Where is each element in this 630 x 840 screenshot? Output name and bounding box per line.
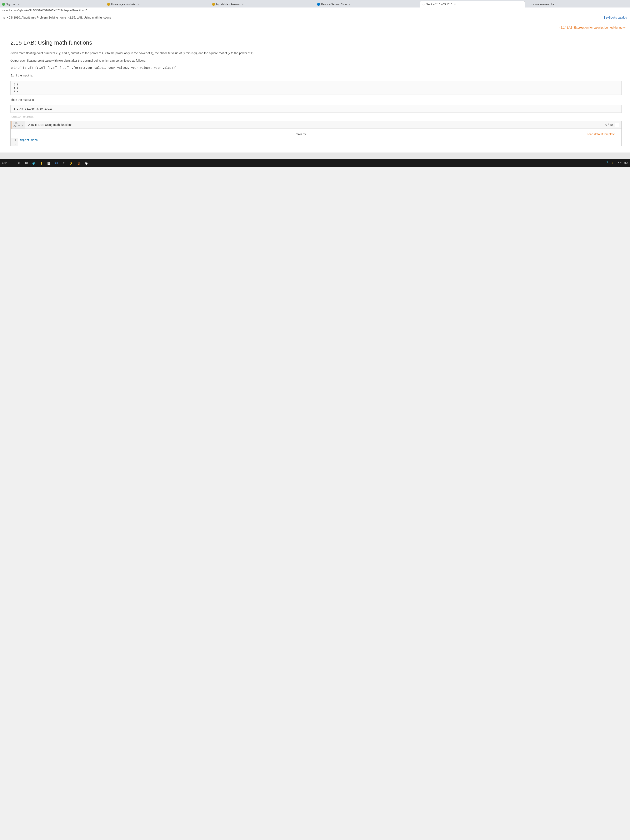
browser-tab[interactable]: Sign out ×	[0, 1, 105, 8]
taskbar-icons: ○ ⊞ ◉ ▮ ▦ ✉ ✦ ⚡ ▯ ◉	[16, 161, 88, 165]
tab-favicon	[2, 3, 5, 6]
activity-header: LAB ACTIVITY 2.15.1: LAB: Using math fun…	[11, 121, 622, 129]
chrome-icon[interactable]: ◉	[84, 161, 88, 165]
tab-label: Pearson Session Ende	[321, 3, 347, 6]
app-icon[interactable]: ▯	[76, 161, 81, 165]
dropbox-icon[interactable]: ✦	[62, 161, 66, 165]
activity-tag: LAB ACTIVITY	[11, 121, 25, 128]
breadcrumb: ry > CS 1010: Algorithmic Problem Solvin…	[3, 16, 111, 19]
input-example: 5.0 1.5 3.2	[10, 81, 622, 95]
tab-label: zybook answers chap	[531, 3, 555, 6]
editor-line: 2	[11, 142, 622, 146]
score-box-icon	[615, 123, 619, 127]
editor-file-row: main.py Load default template...	[11, 129, 622, 138]
main-content: 2.15 LAB: Using math functions Given thr…	[0, 33, 630, 153]
file-explorer-icon[interactable]: ▮	[39, 161, 44, 165]
instruction-paragraph: Then the output is:	[10, 98, 622, 102]
app-icon[interactable]: ⚡	[69, 161, 74, 165]
tab-label: Section 2.15 - CS 1010	[426, 3, 452, 6]
score-area: 0 / 10	[603, 121, 622, 128]
mail-icon[interactable]: ✉	[54, 161, 58, 165]
prev-section-link[interactable]: ↑2.14 LAB: Expression for calories burne…	[559, 26, 625, 29]
page-title: 2.15 LAB: Using math functions	[10, 39, 622, 46]
code-text[interactable]	[18, 142, 22, 146]
filename: main.py	[295, 133, 306, 136]
browser-tab-active[interactable]: zy Section 2.15 - CS 1010 ×	[420, 1, 525, 8]
browser-tab-strip: Sign out × Homepage - Valdosta × MyLab M…	[0, 0, 630, 8]
tab-label: Sign out	[6, 3, 16, 6]
help-icon[interactable]: ?	[605, 161, 609, 165]
line-number: 1	[11, 138, 18, 142]
book-icon	[601, 16, 605, 19]
instruction-paragraph: Ex: If the input is:	[10, 73, 622, 78]
search-text[interactable]: arch	[2, 161, 7, 164]
tab-label: MyLab Math Pearson	[216, 3, 240, 6]
url-text: zybooks.com/zybook/VALDOSTACS1010Fall202…	[2, 9, 87, 12]
cortana-icon[interactable]: ○	[16, 161, 21, 165]
catalog-link[interactable]: zyBooks catalog	[601, 16, 627, 19]
activity-id: 318650.2047284.qx3zqy7	[10, 115, 622, 118]
tab-favicon	[317, 3, 320, 6]
tab-label: Homepage - Valdosta	[111, 3, 135, 6]
code-editor[interactable]: 1 import math 2	[11, 138, 622, 146]
line-number: 2	[11, 142, 18, 146]
store-icon[interactable]: ▦	[46, 161, 51, 165]
code-text[interactable]: import math	[18, 138, 39, 142]
browser-tab[interactable]: MyLab Math Pearson ×	[210, 1, 315, 8]
tab-favicon	[107, 3, 110, 6]
windows-taskbar: arch ○ ⊞ ◉ ▮ ▦ ✉ ✦ ⚡ ▯ ◉ ? ☾ 75°F Cle	[0, 159, 630, 167]
weather-text[interactable]: 75°F Cle	[617, 161, 628, 164]
task-view-icon[interactable]: ⊞	[24, 161, 28, 165]
tab-favicon	[212, 3, 215, 6]
weather-icon: ☾	[612, 161, 615, 165]
close-icon[interactable]: ×	[349, 3, 351, 6]
output-example: 172.47 361.66 3.50 13.13	[10, 105, 622, 113]
browser-tab[interactable]: b zybook answers chap	[525, 1, 630, 8]
browser-tab[interactable]: Pearson Session Ende ×	[315, 1, 420, 8]
close-icon[interactable]: ×	[454, 3, 456, 6]
catalog-link-label: zyBooks catalog	[606, 16, 627, 19]
browser-tab[interactable]: Homepage - Valdosta ×	[105, 1, 210, 8]
score-text: 0 / 10	[605, 123, 613, 126]
activity-title: 2.15.1: LAB: Using math functions	[25, 121, 603, 128]
load-template-link[interactable]: Load default template...	[587, 133, 617, 136]
edge-icon[interactable]: ◉	[32, 161, 36, 165]
editor-line: 1 import math	[11, 138, 622, 142]
code-example: print('{:.2f} {:.2f} {:.2f} {:.2f}'.form…	[10, 66, 622, 70]
instruction-paragraph: Given three floating-point numbers x, y,…	[10, 51, 622, 55]
instruction-paragraph: Output each floating-point value with tw…	[10, 58, 622, 63]
close-icon[interactable]: ×	[137, 3, 139, 6]
url-bar[interactable]: zybooks.com/zybook/VALDOSTACS1010Fall202…	[0, 8, 630, 13]
close-icon[interactable]: ×	[242, 3, 244, 6]
close-icon[interactable]: ×	[17, 3, 19, 6]
lab-activity: LAB ACTIVITY 2.15.1: LAB: Using math fun…	[10, 121, 622, 146]
tab-favicon: b	[527, 3, 530, 6]
breadcrumb-bar: ry > CS 1010: Algorithmic Problem Solvin…	[0, 13, 630, 22]
tab-favicon: zy	[422, 3, 425, 6]
prev-section-bar: ↑2.14 LAB: Expression for calories burne…	[0, 22, 630, 33]
instructions: Given three floating-point numbers x, y,…	[10, 51, 622, 113]
